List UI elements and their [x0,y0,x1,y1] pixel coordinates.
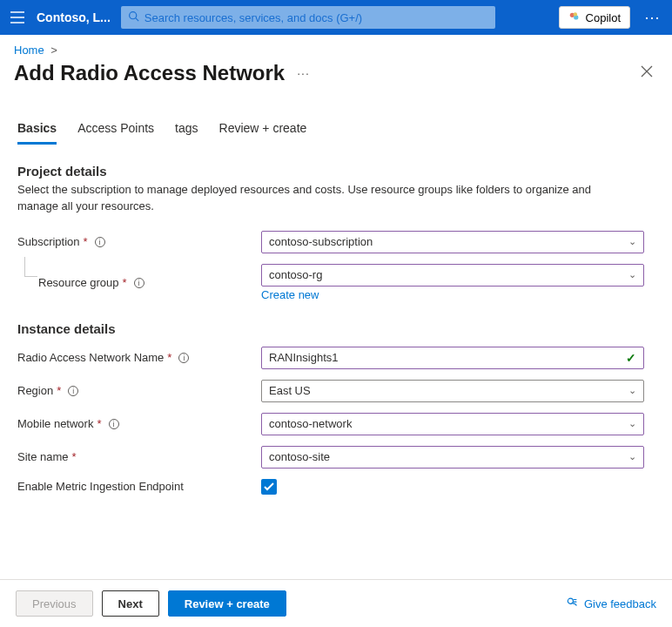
select-region-value: East US [269,384,311,397]
next-button[interactable]: Next [102,590,159,617]
previous-button[interactable]: Previous [16,590,93,617]
svg-point-4 [568,598,573,603]
label-site-name: Site name * [17,450,261,463]
label-region-text: Region [17,384,53,397]
wizard-footer: Previous Next Review + create Give feedb… [0,579,672,627]
page-more-icon[interactable]: ··· [297,66,310,80]
feedback-icon [567,597,579,611]
page-header: Add Radio Access Network ··· [0,57,672,95]
info-icon[interactable]: i [95,237,105,247]
row-subscription: Subscription * i contoso-subscription ⌄ [17,231,655,253]
label-enable-metric-text: Enable Metric Ingestion Endpoint [17,480,184,493]
copilot-label: Copilot [586,11,621,24]
label-ran-name: Radio Access Network Name * i [17,351,261,364]
label-enable-metric: Enable Metric Ingestion Endpoint [17,480,261,493]
chevron-down-icon: ⌄ [628,418,636,429]
required-marker: * [123,276,127,289]
label-ran-name-text: Radio Access Network Name [17,351,164,364]
required-marker: * [167,351,171,364]
tab-access-points[interactable]: Access Points [77,121,154,145]
row-resource-group: Resource group * i contoso-rg ⌄ Create n… [17,264,655,302]
section-project-details-heading: Project details [17,164,655,179]
section-project-details-desc: Select the subscription to manage deploy… [17,182,627,215]
row-site-name: Site name * contoso-site ⌄ [17,446,655,469]
input-ran-name[interactable]: RANInsights1 ✓ [261,347,644,369]
more-menu-icon[interactable]: ⋯ [641,8,663,27]
label-site-name-text: Site name [17,450,69,463]
label-resource-group: Resource group * i [38,276,261,289]
svg-point-0 [129,12,136,19]
tab-strip: Basics Access Points tags Review + creat… [0,95,672,145]
tab-review-create[interactable]: Review + create [219,121,307,145]
search-icon [128,10,139,25]
input-ran-name-value: RANInsights1 [269,351,338,364]
tab-tags[interactable]: tags [175,121,198,145]
select-subscription-value: contoso-subscription [269,235,373,248]
breadcrumb-home[interactable]: Home [14,44,44,57]
search-input[interactable] [144,11,488,24]
tab-basics[interactable]: Basics [17,121,57,145]
chevron-down-icon: ⌄ [628,236,636,247]
breadcrumb: Home > [0,35,672,57]
info-icon[interactable]: i [134,278,144,288]
chevron-down-icon: ⌄ [628,385,636,396]
select-subscription[interactable]: contoso-subscription ⌄ [261,231,644,253]
chevron-right-icon: > [50,44,57,57]
svg-point-3 [573,12,576,16]
check-icon: ✓ [626,351,636,365]
label-mobile-network: Mobile network * i [17,417,261,430]
copilot-button[interactable]: Copilot [559,6,630,29]
select-region[interactable]: East US ⌄ [261,380,644,402]
select-site-name-value: contoso-site [269,450,330,463]
row-mobile-network: Mobile network * i contoso-network ⌄ [17,413,655,435]
label-subscription: Subscription * i [17,235,261,248]
required-marker: * [72,450,77,463]
required-marker: * [57,384,61,397]
select-resource-group[interactable]: contoso-rg ⌄ [261,264,644,287]
select-resource-group-value: contoso-rg [269,268,322,281]
label-subscription-text: Subscription [17,235,80,248]
info-icon[interactable]: i [68,386,78,396]
checkbox-enable-metric[interactable] [261,479,277,495]
label-resource-group-text: Resource group [38,276,119,289]
select-mobile-network[interactable]: contoso-network ⌄ [261,413,644,435]
label-mobile-network-text: Mobile network [17,417,93,430]
row-ran-name: Radio Access Network Name * i RANInsight… [17,347,655,369]
required-marker: * [97,417,101,430]
tenant-name[interactable]: Contoso, L... [37,10,111,24]
info-icon[interactable]: i [109,419,119,429]
copilot-icon [568,10,581,25]
close-icon[interactable] [635,60,658,86]
review-create-button[interactable]: Review + create [168,590,286,617]
global-search[interactable] [121,6,495,29]
select-mobile-network-value: contoso-network [269,417,352,430]
give-feedback-label: Give feedback [584,597,656,610]
page-title: Add Radio Access Network [14,61,285,85]
select-site-name[interactable]: contoso-site ⌄ [261,446,644,469]
form-content: Project details Select the subscription … [0,145,672,597]
hamburger-menu-icon[interactable] [9,9,26,26]
info-icon[interactable]: i [178,353,189,363]
section-instance-details-heading: Instance details [17,321,655,336]
row-region: Region * i East US ⌄ [17,380,655,402]
row-enable-metric: Enable Metric Ingestion Endpoint [17,479,655,495]
label-region: Region * i [17,384,261,397]
link-create-new-rg[interactable]: Create new [261,288,319,301]
chevron-down-icon: ⌄ [628,269,636,280]
required-marker: * [84,235,88,248]
chevron-down-icon: ⌄ [628,451,636,462]
global-header: Contoso, L... Copilot ⋯ [0,0,672,35]
give-feedback-link[interactable]: Give feedback [567,597,656,611]
